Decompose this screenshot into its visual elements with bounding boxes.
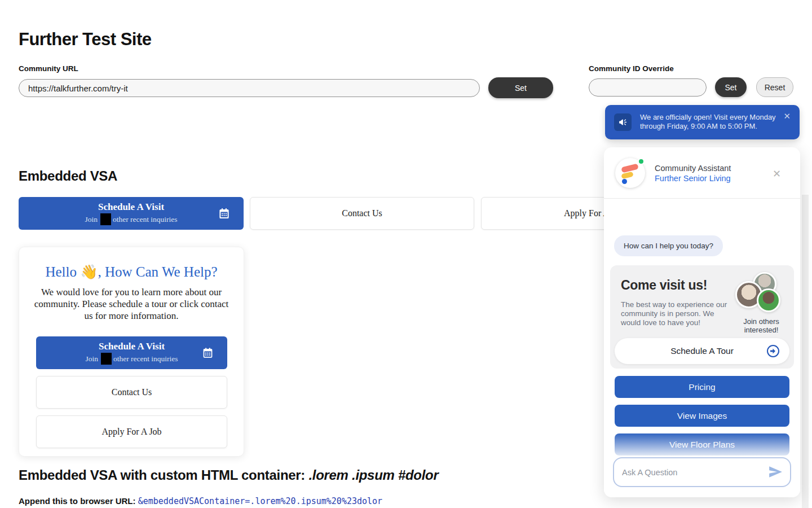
schedule-visit-button[interactable]: Schedule A Visit Joinother recent inquir… [19,197,244,230]
custom-container-selectors: .lorem .ipsum #dolor [308,467,438,483]
chat-widget: Community Assistant Further Senior Livin… [604,147,800,497]
redacted-count [101,353,112,365]
chat-close-icon[interactable]: ✕ [773,168,781,180]
community-url-set-button[interactable]: Set [488,77,553,98]
community-link[interactable]: Further Senior Living [655,174,731,183]
custom-container-heading: Embedded VSA with custom HTML container:… [19,467,438,483]
community-id-set-button[interactable]: Set [715,77,747,97]
arrow-circle-right-icon [766,344,780,358]
hello-heading: Hello 👋, How Can We Help? [19,264,244,280]
megaphone-icon [618,117,628,127]
chat-header: Community Assistant Further Senior Livin… [604,147,800,199]
view-images-button[interactable]: View Images [615,405,789,427]
community-url-label: Community URL [19,64,78,73]
page-title: Further Test Site [19,29,152,50]
page: Further Test Site Community URL Set Comm… [0,0,812,508]
card-contact-us-button[interactable]: Contact Us [36,376,227,409]
assistant-greeting-bubble: How can I help you today? [614,235,723,256]
megaphone-icon-box [614,113,632,131]
schedule-visit-subtitle: Joinother recent inquiries [85,213,177,225]
banner-close-icon[interactable]: ✕ [783,111,791,121]
vsa-hello-card: Hello 👋, How Can We Help? We would love … [19,247,244,457]
logo-dot [622,179,627,184]
card-schedule-visit-subtitle: Joinother recent inquiries [85,353,178,365]
announcement-banner: We are officially open! Visit every Mond… [605,105,800,139]
page-scrollbar[interactable] [802,195,809,508]
logo-bar-middle [621,172,634,179]
community-url-input[interactable] [19,79,480,97]
pricing-button[interactable]: Pricing [615,376,789,398]
embedded-vsa-heading: Embedded VSA [19,168,117,184]
card-schedule-visit-title: Schedule A Visit [85,341,178,352]
append-url-code: &embeddedVSAContainer=.lorem%20.ipsum%20… [138,496,382,506]
assistant-title: Community Assistant [655,164,731,173]
visit-card-title: Come visit us! [621,278,707,293]
card-schedule-visit-button[interactable]: Schedule A Visit Joinother recent inquir… [36,336,227,369]
announcement-text: We are officially open! Visit every Mond… [640,113,781,131]
community-id-reset-button[interactable]: Reset [756,77,793,97]
join-others-caption: Join others interested! [733,317,789,334]
ask-question-input[interactable] [622,458,757,486]
community-id-label: Community ID Override [589,64,674,73]
calendar-icon [218,208,230,220]
calendar-icon [202,347,214,359]
visit-card-body: The best way to experience our community… [621,300,734,327]
view-floor-plans-button[interactable]: View Floor Plans [615,433,789,456]
community-id-input[interactable] [589,78,707,97]
hello-body: We would love for you to learn more abou… [32,286,231,322]
card-apply-job-button[interactable]: Apply For A Job [36,415,227,448]
redacted-count [100,213,111,225]
assistant-avatar [615,158,645,188]
schedule-visit-title: Schedule A Visit [85,202,177,213]
online-status-dot [638,158,645,165]
contact-us-button[interactable]: Contact Us [250,197,474,230]
come-visit-card: Come visit us! The best way to experienc… [610,265,794,369]
schedule-tour-button[interactable]: Schedule A Tour [615,338,789,364]
avatar-photo [757,288,780,312]
question-input-container [613,457,791,487]
send-icon[interactable] [766,464,784,481]
append-url-line: Append this to browser URL: &embeddedVSA… [19,496,382,506]
